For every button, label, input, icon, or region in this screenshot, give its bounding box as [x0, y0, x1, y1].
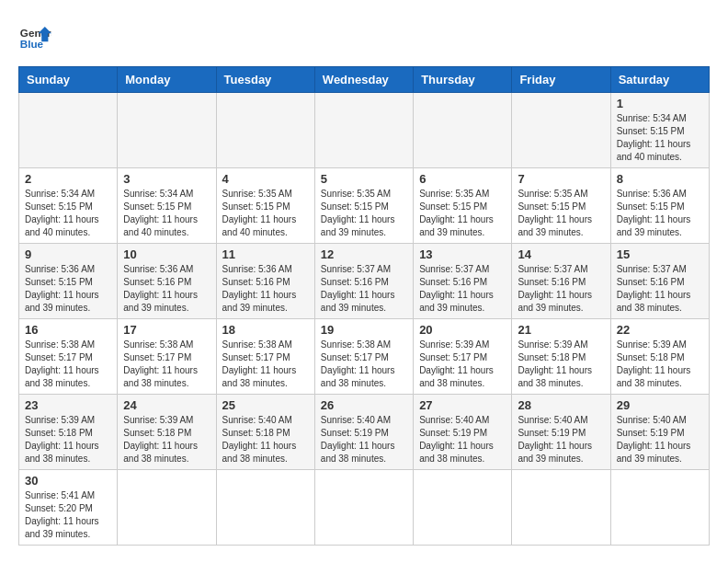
- calendar-week-1: 1Sunrise: 5:34 AM Sunset: 5:15 PM Daylig…: [19, 93, 710, 168]
- calendar-cell-day-2: 2Sunrise: 5:34 AM Sunset: 5:15 PM Daylig…: [19, 168, 118, 244]
- day-number: 12: [321, 247, 407, 261]
- calendar-week-4: 16Sunrise: 5:38 AM Sunset: 5:17 PM Dayli…: [19, 319, 710, 395]
- day-number: 22: [617, 323, 703, 337]
- day-number: 8: [617, 172, 703, 186]
- calendar-cell-day-8: 8Sunrise: 5:36 AM Sunset: 5:15 PM Daylig…: [610, 168, 709, 244]
- calendar-cell-day-14: 14Sunrise: 5:37 AM Sunset: 5:16 PM Dayli…: [512, 244, 610, 319]
- weekday-header-tuesday: Tuesday: [216, 67, 314, 93]
- cell-info: Sunrise: 5:38 AM Sunset: 5:17 PM Dayligh…: [25, 339, 111, 390]
- calendar-cell-day-4: 4Sunrise: 5:35 AM Sunset: 5:15 PM Daylig…: [216, 168, 314, 244]
- calendar-cell-day-15: 15Sunrise: 5:37 AM Sunset: 5:16 PM Dayli…: [610, 244, 709, 319]
- calendar-cell-day-30: 30Sunrise: 5:41 AM Sunset: 5:20 PM Dayli…: [19, 470, 118, 546]
- cell-info: Sunrise: 5:40 AM Sunset: 5:19 PM Dayligh…: [617, 414, 703, 465]
- svg-text:Blue: Blue: [20, 38, 44, 50]
- calendar-cell-day-27: 27Sunrise: 5:40 AM Sunset: 5:19 PM Dayli…: [414, 395, 512, 470]
- cell-info: Sunrise: 5:36 AM Sunset: 5:15 PM Dayligh…: [617, 188, 703, 239]
- cell-info: Sunrise: 5:40 AM Sunset: 5:18 PM Dayligh…: [222, 414, 309, 465]
- weekday-header-sunday: Sunday: [19, 67, 118, 93]
- cell-info: Sunrise: 5:39 AM Sunset: 5:18 PM Dayligh…: [617, 339, 703, 390]
- day-number: 29: [617, 398, 703, 412]
- calendar-cell-day-19: 19Sunrise: 5:38 AM Sunset: 5:17 PM Dayli…: [314, 319, 413, 395]
- day-number: 2: [25, 172, 111, 186]
- cell-info: Sunrise: 5:41 AM Sunset: 5:20 PM Dayligh…: [25, 489, 111, 541]
- day-number: 25: [222, 398, 309, 412]
- day-number: 27: [419, 398, 506, 412]
- cell-info: Sunrise: 5:38 AM Sunset: 5:17 PM Dayligh…: [222, 339, 309, 390]
- cell-info: Sunrise: 5:36 AM Sunset: 5:15 PM Dayligh…: [25, 263, 111, 315]
- day-number: 24: [123, 398, 210, 412]
- calendar-cell-day-28: 28Sunrise: 5:40 AM Sunset: 5:19 PM Dayli…: [512, 395, 610, 470]
- cell-info: Sunrise: 5:37 AM Sunset: 5:16 PM Dayligh…: [419, 263, 506, 315]
- day-number: 5: [321, 172, 407, 186]
- cell-info: Sunrise: 5:39 AM Sunset: 5:17 PM Dayligh…: [419, 339, 506, 390]
- page-header: General Blue: [18, 18, 710, 52]
- cell-info: Sunrise: 5:34 AM Sunset: 5:15 PM Dayligh…: [617, 112, 703, 164]
- day-number: 6: [419, 172, 506, 186]
- cell-info: Sunrise: 5:37 AM Sunset: 5:16 PM Dayligh…: [321, 263, 407, 315]
- cell-info: Sunrise: 5:38 AM Sunset: 5:17 PM Dayligh…: [123, 339, 210, 390]
- day-number: 21: [518, 323, 604, 337]
- day-number: 13: [419, 247, 506, 261]
- calendar-cell-day-10: 10Sunrise: 5:36 AM Sunset: 5:16 PM Dayli…: [118, 244, 216, 319]
- calendar-cell-day-29: 29Sunrise: 5:40 AM Sunset: 5:19 PM Dayli…: [610, 395, 709, 470]
- calendar-header: SundayMondayTuesdayWednesdayThursdayFrid…: [19, 67, 710, 93]
- cell-info: Sunrise: 5:38 AM Sunset: 5:17 PM Dayligh…: [321, 339, 407, 390]
- calendar-cell-empty: [414, 470, 512, 546]
- cell-info: Sunrise: 5:34 AM Sunset: 5:15 PM Dayligh…: [25, 188, 111, 239]
- day-number: 28: [518, 398, 604, 412]
- cell-info: Sunrise: 5:35 AM Sunset: 5:15 PM Dayligh…: [419, 188, 506, 239]
- cell-info: Sunrise: 5:35 AM Sunset: 5:15 PM Dayligh…: [321, 188, 407, 239]
- calendar-cell-day-26: 26Sunrise: 5:40 AM Sunset: 5:19 PM Dayli…: [314, 395, 413, 470]
- day-number: 3: [123, 172, 210, 186]
- day-number: 1: [617, 97, 703, 110]
- cell-info: Sunrise: 5:40 AM Sunset: 5:19 PM Dayligh…: [321, 414, 407, 465]
- calendar-table: SundayMondayTuesdayWednesdayThursdayFrid…: [18, 66, 710, 546]
- weekday-header-saturday: Saturday: [610, 67, 709, 93]
- calendar-week-5: 23Sunrise: 5:39 AM Sunset: 5:18 PM Dayli…: [19, 395, 710, 470]
- day-number: 23: [25, 398, 111, 412]
- cell-info: Sunrise: 5:39 AM Sunset: 5:18 PM Dayligh…: [123, 414, 210, 465]
- weekday-header-thursday: Thursday: [414, 67, 512, 93]
- calendar-cell-day-13: 13Sunrise: 5:37 AM Sunset: 5:16 PM Dayli…: [414, 244, 512, 319]
- calendar-cell-empty: [118, 470, 216, 546]
- calendar-week-3: 9Sunrise: 5:36 AM Sunset: 5:15 PM Daylig…: [19, 244, 710, 319]
- calendar-cell-empty: [414, 93, 512, 168]
- calendar-cell-day-18: 18Sunrise: 5:38 AM Sunset: 5:17 PM Dayli…: [216, 319, 314, 395]
- cell-info: Sunrise: 5:39 AM Sunset: 5:18 PM Dayligh…: [25, 414, 111, 465]
- calendar-cell-day-12: 12Sunrise: 5:37 AM Sunset: 5:16 PM Dayli…: [314, 244, 413, 319]
- cell-info: Sunrise: 5:34 AM Sunset: 5:15 PM Dayligh…: [123, 188, 210, 239]
- weekday-header-wednesday: Wednesday: [314, 67, 413, 93]
- calendar-cell-day-16: 16Sunrise: 5:38 AM Sunset: 5:17 PM Dayli…: [19, 319, 118, 395]
- cell-info: Sunrise: 5:36 AM Sunset: 5:16 PM Dayligh…: [123, 263, 210, 315]
- calendar-cell-empty: [314, 93, 413, 168]
- calendar-cell-empty: [216, 93, 314, 168]
- calendar-cell-day-25: 25Sunrise: 5:40 AM Sunset: 5:18 PM Dayli…: [216, 395, 314, 470]
- calendar-cell-day-24: 24Sunrise: 5:39 AM Sunset: 5:18 PM Dayli…: [118, 395, 216, 470]
- calendar-cell-empty: [19, 93, 118, 168]
- cell-info: Sunrise: 5:39 AM Sunset: 5:18 PM Dayligh…: [518, 339, 604, 390]
- calendar-cell-day-9: 9Sunrise: 5:36 AM Sunset: 5:15 PM Daylig…: [19, 244, 118, 319]
- day-number: 20: [419, 323, 506, 337]
- calendar-cell-day-20: 20Sunrise: 5:39 AM Sunset: 5:17 PM Dayli…: [414, 319, 512, 395]
- day-number: 4: [222, 172, 309, 186]
- cell-info: Sunrise: 5:40 AM Sunset: 5:19 PM Dayligh…: [419, 414, 506, 465]
- logo-icon: General Blue: [18, 18, 51, 52]
- calendar-cell-day-7: 7Sunrise: 5:35 AM Sunset: 5:15 PM Daylig…: [512, 168, 610, 244]
- cell-info: Sunrise: 5:35 AM Sunset: 5:15 PM Dayligh…: [518, 188, 604, 239]
- weekday-header-monday: Monday: [118, 67, 216, 93]
- cell-info: Sunrise: 5:37 AM Sunset: 5:16 PM Dayligh…: [518, 263, 604, 315]
- day-number: 14: [518, 247, 604, 261]
- calendar-week-2: 2Sunrise: 5:34 AM Sunset: 5:15 PM Daylig…: [19, 168, 710, 244]
- cell-info: Sunrise: 5:36 AM Sunset: 5:16 PM Dayligh…: [222, 263, 309, 315]
- calendar-cell-day-5: 5Sunrise: 5:35 AM Sunset: 5:15 PM Daylig…: [314, 168, 413, 244]
- calendar-cell-empty: [512, 93, 610, 168]
- calendar-cell-day-21: 21Sunrise: 5:39 AM Sunset: 5:18 PM Dayli…: [512, 319, 610, 395]
- calendar-cell-day-23: 23Sunrise: 5:39 AM Sunset: 5:18 PM Dayli…: [19, 395, 118, 470]
- calendar-cell-day-17: 17Sunrise: 5:38 AM Sunset: 5:17 PM Dayli…: [118, 319, 216, 395]
- day-number: 10: [123, 247, 210, 261]
- day-number: 17: [123, 323, 210, 337]
- calendar-cell-day-11: 11Sunrise: 5:36 AM Sunset: 5:16 PM Dayli…: [216, 244, 314, 319]
- day-number: 11: [222, 247, 309, 261]
- cell-info: Sunrise: 5:35 AM Sunset: 5:15 PM Dayligh…: [222, 188, 309, 239]
- day-number: 9: [25, 247, 111, 261]
